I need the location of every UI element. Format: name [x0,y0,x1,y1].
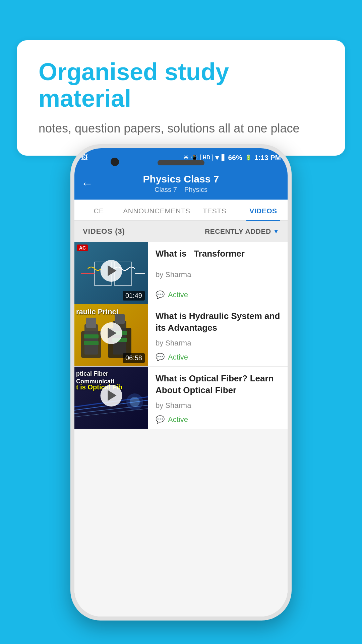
status-left: 🖼 [81,154,88,161]
battery-icon: 🔋 [245,154,252,161]
video-duration-2: 06:58 [123,353,145,363]
active-icon-1: 💬 [156,290,165,299]
clock: 1:13 PM [254,154,281,162]
app-bar-title-group: Physics Class 7 Class 7 Physics [100,173,262,194]
tab-ce[interactable]: CE [74,200,123,220]
bubble-subtitle: notes, question papers, solutions all at… [39,120,323,137]
notification-icon: 🖼 [81,154,88,161]
active-icon-2: 💬 [156,353,165,362]
video-status-1: 💬 Active [156,290,282,299]
video-thumbnail-2: raulic Princi [74,304,148,366]
sort-dropdown[interactable]: RECENTLY ADDED ▼ [205,227,279,235]
back-button[interactable]: ← [81,176,93,191]
active-icon-3: 💬 [156,415,165,424]
tabs-bar: CE ANNOUNCEMENTS TESTS VIDEOS [74,200,288,221]
play-button-3[interactable] [101,385,122,407]
active-label-3: Active [168,415,188,424]
active-label-1: Active [168,290,188,299]
tab-tests[interactable]: TESTS [190,200,239,220]
svg-rect-7 [84,334,99,338]
speech-bubble: Organised study material notes, question… [17,40,345,156]
video-author-3: by Sharma [156,401,282,410]
videos-header: VIDEOS (3) RECENTLY ADDED ▼ [74,221,288,242]
video-list: AC [74,242,288,429]
tab-videos[interactable]: VIDEOS [239,200,288,220]
video-status-3: 💬 Active [156,415,282,424]
svg-rect-11 [115,314,125,324]
play-triangle-2 [108,328,117,338]
wifi-icon: ▾ [215,154,219,162]
phone-screen: 🖼 ✳ 📳 HD ▾ ▋ 66% 🔋 1:13 PM ← Physics Cla… [74,148,288,616]
video-item[interactable]: AC [74,242,288,304]
camera [111,158,119,166]
video-status-2: 💬 Active [156,353,282,362]
video-thumbnail-3: ptical Fiber Communicati t is Optical Fi… [74,367,148,429]
video-info-1: What is Transformer by Sharma 💬 Active [148,242,288,304]
svg-rect-6 [86,318,96,328]
video-author-1: by Sharma [156,270,282,279]
phone-inner: 🖼 ✳ 📳 HD ▾ ▋ 66% 🔋 1:13 PM ← Physics Cla… [74,148,288,616]
videos-count: VIDEOS (3) [83,227,125,236]
play-button-2[interactable] [101,322,122,344]
svg-point-19 [130,397,140,407]
phone-frame: 🖼 ✳ 📳 HD ▾ ▋ 66% 🔋 1:13 PM ← Physics Cla… [70,144,292,621]
app-bar-subtitle: Class 7 Physics [100,186,262,194]
video-duration-1: 01:49 [123,291,145,301]
video-info-2: What is Hydraulic System and its Advanta… [148,304,288,366]
video-title-1: What is Transformer [156,248,282,260]
tab-announcements[interactable]: ANNOUNCEMENTS [123,200,190,220]
play-triangle-3 [108,390,117,401]
speaker [158,160,204,165]
play-button-1[interactable] [101,260,122,282]
app-bar: ← Physics Class 7 Class 7 Physics [74,167,288,200]
app-bar-title: Physics Class 7 [100,173,262,185]
video-item-3[interactable]: ptical Fiber Communicati t is Optical Fi… [74,367,288,429]
battery-percent: 66% [228,154,242,162]
video-item-2[interactable]: raulic Princi [74,304,288,367]
active-label-2: Active [168,353,188,362]
svg-rect-5 [84,324,98,355]
svg-rect-8 [84,341,99,345]
video-author-2: by Sharma [156,339,282,347]
video-thumbnail-1: AC [74,242,148,304]
video-info-3: What is Optical Fiber? Learn About Optic… [148,367,288,429]
video-title-2: What is Hydraulic System and its Advanta… [156,310,282,334]
play-triangle [108,265,117,276]
bubble-title: Organised study material [39,59,323,112]
video-title-3: What is Optical Fiber? Learn About Optic… [156,373,282,396]
signal-icon: ▋ [222,154,226,161]
